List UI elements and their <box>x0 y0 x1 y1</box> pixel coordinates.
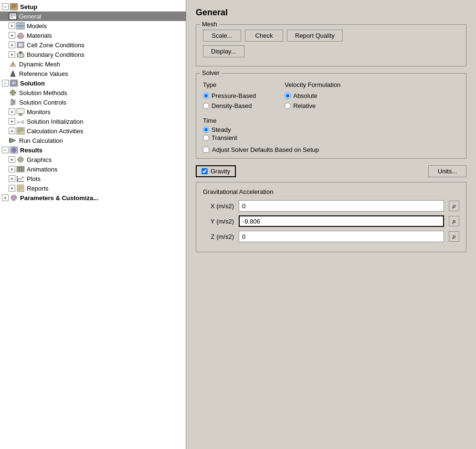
solver-grid: Type Pressure-Based Density-Based Veloci… <box>203 81 459 110</box>
gravity-header: Gravity Units... <box>196 165 466 177</box>
x-label: X (m/s2) <box>203 203 234 210</box>
absolute-radio[interactable] <box>285 93 291 99</box>
tree-item-materials[interactable]: + Materials <box>0 31 186 40</box>
absolute-row: Absolute <box>285 92 340 99</box>
materials-label: Materials <box>27 32 52 39</box>
svg-point-29 <box>11 91 14 94</box>
adjust-solver-checkbox[interactable] <box>203 147 209 153</box>
relative-radio[interactable] <box>285 103 291 109</box>
solver-type-title: Type <box>203 81 256 88</box>
tree-item-setup[interactable]: − Setup <box>0 2 186 11</box>
tree-toggle-plots[interactable]: + <box>9 175 15 182</box>
results-icon <box>10 146 18 154</box>
report-quality-button[interactable]: Report Quality <box>287 30 343 42</box>
pressure-based-radio[interactable] <box>203 93 209 99</box>
tree-item-plots[interactable]: + Plots <box>0 174 186 183</box>
cell-zone-icon <box>16 41 25 49</box>
adjust-solver-label[interactable]: Adjust Solver Defaults Based on Setup <box>212 146 319 153</box>
cell-zone-label: Cell Zone Conditions <box>27 42 85 49</box>
density-based-label[interactable]: Density-Based <box>212 102 252 109</box>
tree-toggle-boundary[interactable]: + <box>9 51 15 58</box>
svg-point-14 <box>19 33 22 35</box>
tree-toggle-setup[interactable]: − <box>2 3 9 10</box>
tree-item-models[interactable]: + Models <box>0 21 186 31</box>
density-based-radio[interactable] <box>203 103 209 109</box>
tree-toggle-cell-zone[interactable]: + <box>9 42 15 48</box>
tree-toggle-calc-activities[interactable]: + <box>9 128 15 134</box>
z-p-button[interactable]: p <box>449 231 459 242</box>
tree-toggle-models[interactable]: + <box>9 22 15 29</box>
density-based-row: Density-Based <box>203 102 256 109</box>
tree-toggle-solution-init[interactable]: + <box>9 118 15 125</box>
tree-item-boundary[interactable]: + Boundary Conditions <box>0 50 186 59</box>
pressure-based-label[interactable]: Pressure-Based <box>212 92 256 99</box>
tree-item-reference-values[interactable]: Reference Values <box>0 69 186 78</box>
display-button[interactable]: Display... <box>203 45 244 57</box>
z-input-wrapper <box>239 231 444 242</box>
setup-icon <box>10 3 18 11</box>
tree-item-monitors[interactable]: + Monitors <box>0 107 186 117</box>
svg-rect-16 <box>18 43 23 47</box>
models-icon <box>16 22 25 30</box>
tree-toggle-params[interactable]: + <box>2 194 9 201</box>
x-input[interactable] <box>239 200 444 212</box>
tree-item-solution-methods[interactable]: Solution Methods <box>0 88 186 97</box>
tree-item-results[interactable]: − Results <box>0 145 186 155</box>
tree-toggle-materials[interactable]: + <box>9 32 15 39</box>
transient-radio[interactable] <box>203 135 209 141</box>
tree-item-calc-activities[interactable]: + Calculation Activities <box>0 126 186 136</box>
check-button[interactable]: Check <box>245 30 283 42</box>
steady-radio[interactable] <box>203 127 209 133</box>
velocity-formulation-col: Velocity Formulation Absolute Relative <box>285 81 340 110</box>
tree-item-dynamic-mesh[interactable]: Dynamic Mesh <box>0 59 186 69</box>
tree-toggle-solution[interactable]: − <box>2 80 9 86</box>
absolute-label[interactable]: Absolute <box>293 92 317 99</box>
svg-rect-38 <box>13 101 15 103</box>
relative-label[interactable]: Relative <box>293 102 316 109</box>
steady-label[interactable]: Steady <box>212 126 231 133</box>
tree-item-cell-zone[interactable]: + Cell Zone Conditions <box>0 40 186 50</box>
x-p-button[interactable]: p <box>449 201 459 211</box>
plots-icon <box>16 175 25 182</box>
dynamic-mesh-label: Dynamic Mesh <box>19 61 60 68</box>
tree-toggle-results[interactable]: − <box>2 147 9 153</box>
page-title: General <box>196 8 466 18</box>
solution-controls-label: Solution Controls <box>19 99 66 106</box>
y-p-button[interactable]: p <box>449 216 459 226</box>
calc-activities-label: Calculation Activities <box>27 128 84 135</box>
tree-toggle-reports[interactable]: + <box>9 185 15 192</box>
reports-label: Reports <box>27 185 49 192</box>
tree-panel: − Setup General + Models + Materials + C… <box>0 0 186 449</box>
tree-toggle-monitors[interactable]: + <box>9 108 15 115</box>
tree-item-general[interactable]: General <box>0 11 186 21</box>
monitors-icon <box>16 108 25 116</box>
transient-label[interactable]: Transient <box>212 134 237 141</box>
svg-rect-57 <box>18 167 23 171</box>
tree-toggle-graphics[interactable]: + <box>9 156 15 163</box>
tree-item-graphics[interactable]: + Graphics <box>0 155 186 164</box>
tree-item-reports[interactable]: + Reports <box>0 183 186 193</box>
z-input[interactable] <box>239 231 444 242</box>
tree-item-run-calc[interactable]: Run Calculation <box>0 136 186 145</box>
tree-item-animations[interactable]: + Animations <box>0 164 186 174</box>
units-button[interactable]: Units... <box>428 165 466 177</box>
tree-item-params[interactable]: + Parameters & Customiza... <box>0 193 186 203</box>
tree-item-solution-init[interactable]: + t=0 Solution Initialization <box>0 117 186 126</box>
y-input[interactable] <box>239 215 444 227</box>
svg-rect-10 <box>17 26 20 29</box>
calc-activities-icon <box>16 127 25 135</box>
solution-methods-icon <box>9 89 17 96</box>
monitors-label: Monitors <box>27 108 51 116</box>
scale-button[interactable]: Scale... <box>203 30 241 42</box>
tree-toggle-animations[interactable]: + <box>9 166 15 172</box>
solver-group: Solver Type Pressure-Based Density-Based… <box>196 73 466 159</box>
solver-group-label: Solver <box>200 69 222 76</box>
plots-label: Plots <box>27 175 41 182</box>
animations-label: Animations <box>27 166 57 173</box>
gravity-label[interactable]: Gravity <box>211 168 230 175</box>
tree-item-solution[interactable]: − Solution <box>0 78 186 88</box>
solution-methods-label: Solution Methods <box>19 89 67 96</box>
models-label: Models <box>27 22 47 30</box>
tree-item-solution-controls[interactable]: Solution Controls <box>0 97 186 107</box>
gravity-checkbox[interactable] <box>201 168 208 174</box>
